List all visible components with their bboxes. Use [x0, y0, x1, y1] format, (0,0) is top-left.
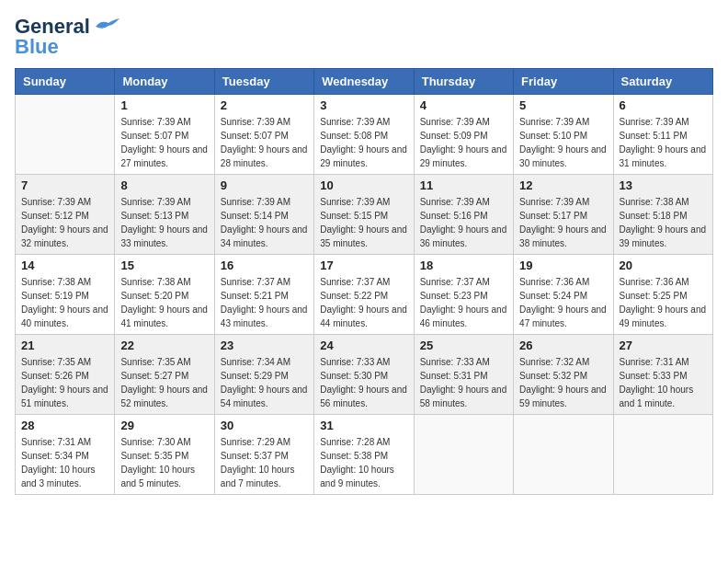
day-cell: 1Sunrise: 7:39 AMSunset: 5:07 PMDaylight…	[115, 95, 214, 175]
day-cell: 23Sunrise: 7:34 AMSunset: 5:29 PMDayligh…	[214, 335, 313, 415]
day-number: 29	[120, 419, 208, 432]
logo: General Blue	[15, 15, 121, 59]
sunrise-text: Sunrise: 7:32 AM	[519, 355, 607, 369]
day-number: 19	[519, 259, 607, 272]
sunset-text: Sunset: 5:37 PM	[221, 449, 308, 463]
page-header: General Blue	[15, 15, 713, 59]
calendar-table: SundayMondayTuesdayWednesdayThursdayFrid…	[15, 68, 713, 495]
day-detail: Sunrise: 7:39 AMSunset: 5:12 PMDaylight:…	[21, 195, 108, 250]
day-cell: 30Sunrise: 7:29 AMSunset: 5:37 PMDayligh…	[214, 415, 313, 495]
day-detail: Sunrise: 7:29 AMSunset: 5:37 PMDaylight:…	[221, 435, 308, 490]
daylight-text: Daylight: 9 hours and 59 minutes.	[519, 383, 607, 410]
day-detail: Sunrise: 7:39 AMSunset: 5:09 PMDaylight:…	[420, 115, 507, 170]
sunset-text: Sunset: 5:19 PM	[21, 289, 108, 303]
daylight-text: Daylight: 10 hours and 3 minutes.	[21, 463, 108, 490]
sunrise-text: Sunrise: 7:38 AM	[120, 275, 208, 289]
day-cell: 24Sunrise: 7:33 AMSunset: 5:30 PMDayligh…	[314, 335, 414, 415]
day-number: 28	[21, 419, 108, 432]
sunrise-text: Sunrise: 7:39 AM	[21, 195, 108, 209]
day-cell: 19Sunrise: 7:36 AMSunset: 5:24 PMDayligh…	[514, 255, 613, 335]
day-number: 31	[320, 419, 407, 432]
day-cell: 12Sunrise: 7:39 AMSunset: 5:17 PMDayligh…	[514, 175, 613, 255]
sunrise-text: Sunrise: 7:39 AM	[120, 195, 208, 209]
day-cell: 26Sunrise: 7:32 AMSunset: 5:32 PMDayligh…	[514, 335, 613, 415]
day-cell: 3Sunrise: 7:39 AMSunset: 5:08 PMDaylight…	[314, 95, 414, 175]
day-detail: Sunrise: 7:38 AMSunset: 5:20 PMDaylight:…	[120, 275, 208, 330]
day-cell	[414, 415, 513, 495]
sunrise-text: Sunrise: 7:36 AM	[519, 275, 607, 289]
sunset-text: Sunset: 5:24 PM	[519, 289, 607, 303]
daylight-text: Daylight: 9 hours and 41 minutes.	[120, 303, 208, 330]
day-detail: Sunrise: 7:36 AMSunset: 5:25 PMDaylight:…	[620, 275, 707, 330]
sunrise-text: Sunrise: 7:39 AM	[221, 195, 308, 209]
day-detail: Sunrise: 7:33 AMSunset: 5:31 PMDaylight:…	[420, 355, 507, 410]
day-detail: Sunrise: 7:39 AMSunset: 5:07 PMDaylight:…	[120, 115, 208, 170]
day-cell: 27Sunrise: 7:31 AMSunset: 5:33 PMDayligh…	[613, 335, 712, 415]
day-cell: 11Sunrise: 7:39 AMSunset: 5:16 PMDayligh…	[414, 175, 513, 255]
sunset-text: Sunset: 5:20 PM	[120, 289, 208, 303]
sunrise-text: Sunrise: 7:33 AM	[320, 355, 407, 369]
day-number: 22	[120, 339, 208, 352]
sunset-text: Sunset: 5:23 PM	[420, 289, 507, 303]
sunrise-text: Sunrise: 7:33 AM	[420, 355, 507, 369]
day-detail: Sunrise: 7:39 AMSunset: 5:11 PMDaylight:…	[620, 115, 707, 170]
day-cell: 18Sunrise: 7:37 AMSunset: 5:23 PMDayligh…	[414, 255, 513, 335]
week-row-4: 21Sunrise: 7:35 AMSunset: 5:26 PMDayligh…	[16, 335, 713, 415]
sunset-text: Sunset: 5:16 PM	[420, 209, 507, 223]
sunset-text: Sunset: 5:27 PM	[120, 369, 208, 383]
day-detail: Sunrise: 7:34 AMSunset: 5:29 PMDaylight:…	[221, 355, 308, 410]
daylight-text: Daylight: 10 hours and 9 minutes.	[320, 463, 407, 490]
day-number: 16	[221, 259, 308, 272]
day-detail: Sunrise: 7:39 AMSunset: 5:13 PMDaylight:…	[120, 195, 208, 250]
sunset-text: Sunset: 5:21 PM	[221, 289, 308, 303]
day-cell: 2Sunrise: 7:39 AMSunset: 5:07 PMDaylight…	[214, 95, 313, 175]
sunset-text: Sunset: 5:29 PM	[221, 369, 308, 383]
day-number: 27	[620, 339, 707, 352]
daylight-text: Daylight: 9 hours and 35 minutes.	[320, 223, 407, 250]
header-sunday: Sunday	[16, 69, 115, 95]
day-number: 17	[320, 259, 407, 272]
day-detail: Sunrise: 7:35 AMSunset: 5:27 PMDaylight:…	[120, 355, 208, 410]
header-wednesday: Wednesday	[314, 69, 414, 95]
daylight-text: Daylight: 9 hours and 28 minutes.	[221, 143, 308, 170]
sunrise-text: Sunrise: 7:35 AM	[21, 355, 108, 369]
day-number: 25	[420, 339, 507, 352]
sunset-text: Sunset: 5:07 PM	[120, 129, 208, 143]
day-detail: Sunrise: 7:39 AMSunset: 5:07 PMDaylight:…	[221, 115, 308, 170]
daylight-text: Daylight: 9 hours and 29 minutes.	[420, 143, 507, 170]
day-number: 18	[420, 259, 507, 272]
daylight-text: Daylight: 9 hours and 43 minutes.	[221, 303, 308, 330]
day-cell: 15Sunrise: 7:38 AMSunset: 5:20 PMDayligh…	[115, 255, 214, 335]
daylight-text: Daylight: 9 hours and 47 minutes.	[519, 303, 607, 330]
day-cell: 14Sunrise: 7:38 AMSunset: 5:19 PMDayligh…	[16, 255, 115, 335]
daylight-text: Daylight: 9 hours and 34 minutes.	[221, 223, 308, 250]
day-number: 4	[420, 98, 507, 112]
day-cell: 4Sunrise: 7:39 AMSunset: 5:09 PMDaylight…	[414, 95, 513, 175]
day-detail: Sunrise: 7:39 AMSunset: 5:16 PMDaylight:…	[420, 195, 507, 250]
day-cell: 9Sunrise: 7:39 AMSunset: 5:14 PMDaylight…	[214, 175, 313, 255]
daylight-text: Daylight: 9 hours and 32 minutes.	[21, 223, 108, 250]
daylight-text: Daylight: 10 hours and 1 minute.	[620, 383, 707, 410]
daylight-text: Daylight: 10 hours and 7 minutes.	[221, 463, 308, 490]
daylight-text: Daylight: 9 hours and 44 minutes.	[320, 303, 407, 330]
day-number: 21	[21, 339, 108, 352]
sunset-text: Sunset: 5:09 PM	[420, 129, 507, 143]
week-row-2: 7Sunrise: 7:39 AMSunset: 5:12 PMDaylight…	[16, 175, 713, 255]
day-detail: Sunrise: 7:38 AMSunset: 5:18 PMDaylight:…	[620, 195, 707, 250]
day-detail: Sunrise: 7:31 AMSunset: 5:33 PMDaylight:…	[620, 355, 707, 410]
sunrise-text: Sunrise: 7:35 AM	[120, 355, 208, 369]
week-row-5: 28Sunrise: 7:31 AMSunset: 5:34 PMDayligh…	[16, 415, 713, 495]
daylight-text: Daylight: 9 hours and 54 minutes.	[221, 383, 308, 410]
day-number: 3	[320, 98, 407, 112]
day-detail: Sunrise: 7:38 AMSunset: 5:19 PMDaylight:…	[21, 275, 108, 330]
sunset-text: Sunset: 5:10 PM	[519, 129, 607, 143]
sunset-text: Sunset: 5:31 PM	[420, 369, 507, 383]
header-friday: Friday	[514, 69, 613, 95]
daylight-text: Daylight: 9 hours and 27 minutes.	[120, 143, 208, 170]
day-cell	[514, 415, 613, 495]
day-number: 1	[120, 98, 208, 112]
day-cell: 5Sunrise: 7:39 AMSunset: 5:10 PMDaylight…	[514, 95, 613, 175]
day-number: 20	[620, 259, 707, 272]
sunrise-text: Sunrise: 7:39 AM	[320, 195, 407, 209]
daylight-text: Daylight: 9 hours and 31 minutes.	[620, 143, 707, 170]
